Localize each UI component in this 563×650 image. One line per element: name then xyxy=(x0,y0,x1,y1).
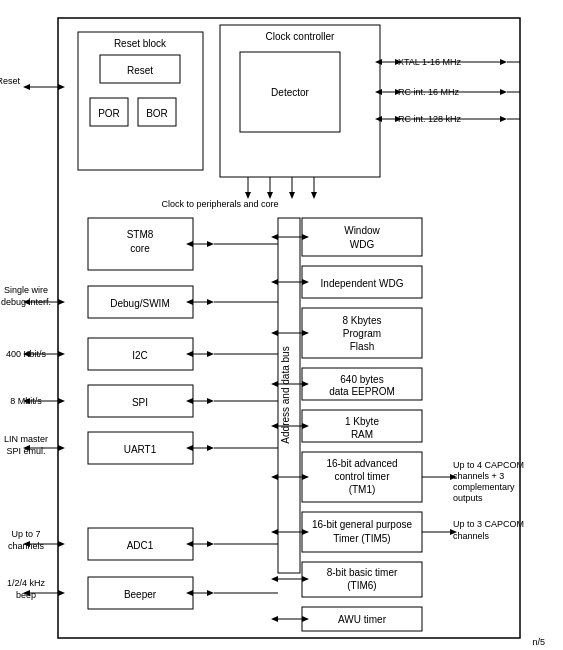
beep-freq-label: 1/2/4 kHz xyxy=(7,578,46,588)
tim1-label2: control timer xyxy=(334,471,390,482)
beeper-label: Beeper xyxy=(124,589,157,600)
ram-label2: RAM xyxy=(351,429,373,440)
tim1-label: 16-bit advanced xyxy=(326,458,397,469)
tim6-label: 8-bit basic timer xyxy=(327,567,398,578)
tim5-label2: Timer (TIM5) xyxy=(333,533,390,544)
single-wire-label: Single wire xyxy=(4,285,48,295)
reset-side-label: Reset xyxy=(0,76,20,86)
prog-flash-label2: Program xyxy=(343,328,381,339)
prog-flash-label3: Flash xyxy=(350,341,374,352)
stm8-core-label2: core xyxy=(130,243,150,254)
stm8-core-label: STM8 xyxy=(127,229,154,240)
spi-emul-label: SPI emul. xyxy=(6,446,45,456)
debug-swim-label: Debug/SWIM xyxy=(110,298,169,309)
tim1-label3: (TM1) xyxy=(349,484,376,495)
eeprom-label2: data EEPROM xyxy=(329,386,395,397)
eeprom-label: 640 bytes xyxy=(340,374,383,385)
wdg-label: WDG xyxy=(350,239,375,250)
8mbit-label: 8 Mbit/s xyxy=(10,396,42,406)
capcom4-label: Up to 4 CAPCOM xyxy=(453,460,524,470)
window-wdg-label: Window xyxy=(344,225,380,236)
beep-label: beep xyxy=(16,590,36,600)
page-number: n/5 xyxy=(532,637,545,647)
bor-label: BOR xyxy=(146,108,168,119)
svg-marker-35 xyxy=(23,84,30,90)
up-to-7-label: Up to 7 xyxy=(11,529,40,539)
capcom3-label2: channels xyxy=(453,531,490,541)
svg-rect-116 xyxy=(302,512,422,552)
capcom4-label3: complementary xyxy=(453,482,515,492)
reset-block-title: Reset block xyxy=(114,38,167,49)
bus-label: Address and data bus xyxy=(280,346,291,443)
capcom4-label4: outputs xyxy=(453,493,483,503)
400kbit-label: 400 Kbit/s xyxy=(6,349,47,359)
lin-master-label: LIN master xyxy=(4,434,48,444)
capcom4-label2: channels + 3 xyxy=(453,471,504,481)
channels-label: channels xyxy=(8,541,45,551)
clock-controller-label: Clock controller xyxy=(266,31,336,42)
block-diagram: Reset block Reset POR BOR Clock controll… xyxy=(0,0,563,650)
tim6-label2: (TIM6) xyxy=(347,580,376,591)
diagram-container: Reset block Reset POR BOR Clock controll… xyxy=(0,0,563,650)
prog-flash-label: 8 Kbytes xyxy=(343,315,382,326)
independent-wdg-label: Independent WDG xyxy=(321,278,404,289)
adc1-label: ADC1 xyxy=(127,540,154,551)
capcom3-label: Up to 3 CAPCOM xyxy=(453,519,524,529)
i2c-label: I2C xyxy=(132,350,148,361)
uart1-label: UART1 xyxy=(124,444,157,455)
por-label: POR xyxy=(98,108,120,119)
tim5-label: 16-bit general purpose xyxy=(312,519,413,530)
svg-rect-90 xyxy=(302,218,422,256)
spi-label: SPI xyxy=(132,397,148,408)
clock-peripherals-label: Clock to peripherals and core xyxy=(161,199,278,209)
awu-label: AWU timer xyxy=(338,614,387,625)
ram-label: 1 Kbyte xyxy=(345,416,379,427)
reset-label: Reset xyxy=(127,65,153,76)
detector-label: Detector xyxy=(271,87,309,98)
debug-interf-label: debug interf. xyxy=(1,297,51,307)
